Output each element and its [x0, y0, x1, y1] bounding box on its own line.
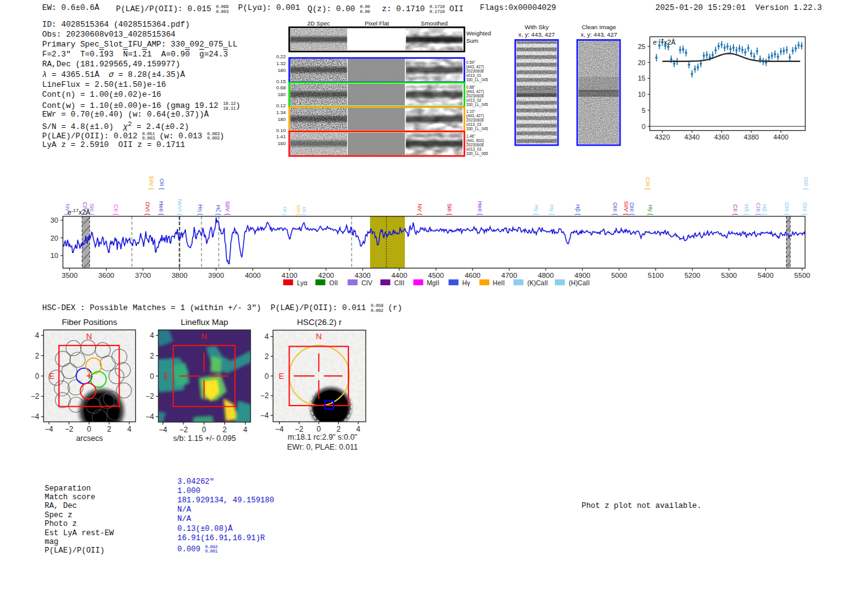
- svg-text:Hζ {: Hζ {: [215, 205, 221, 215]
- svg-text:Hδ {: Hδ {: [743, 204, 750, 215]
- svg-text:OII: OII: [329, 279, 338, 287]
- svg-text:4700: 4700: [502, 272, 518, 279]
- svg-text:CII {: CII {: [113, 204, 119, 215]
- svg-text:HeII: HeII: [493, 279, 505, 287]
- svg-text:(K)CaII: (K)CaII: [528, 279, 548, 287]
- svg-text:10: 10: [638, 91, 645, 98]
- svg-text:4: 4: [127, 425, 131, 433]
- svg-text:Hγ {: Hγ {: [549, 205, 555, 215]
- svg-text:−2: −2: [146, 392, 154, 401]
- svg-text:Fiber Positions: Fiber Positions: [62, 318, 118, 327]
- svg-text:OII {: OII {: [301, 207, 306, 215]
- svg-text:2: 2: [107, 425, 112, 433]
- svg-text:20230608: 20230608: [466, 94, 484, 98]
- svg-text:5: 5: [642, 107, 645, 114]
- svg-text:20: 20: [638, 59, 645, 66]
- svg-text:160: 160: [278, 141, 286, 146]
- svg-text:10: 10: [50, 252, 58, 259]
- svg-text:−2: −2: [31, 392, 40, 401]
- svg-text:x, y: 443, 427: x, y: 443, 427: [518, 31, 555, 38]
- svg-text:E: E: [49, 371, 55, 381]
- svg-text:−4: −4: [275, 425, 284, 433]
- svg-text:Lyα: Lyα: [297, 279, 308, 287]
- svg-text:−2: −2: [260, 391, 269, 400]
- svg-text:x, y: 443, 427: x, y: 443, 427: [581, 31, 618, 38]
- svg-text:Sum: Sum: [466, 37, 479, 44]
- svg-text:−4: −4: [159, 425, 167, 434]
- svg-text:Hβ {: Hβ {: [761, 204, 768, 215]
- svg-text:0: 0: [202, 425, 206, 434]
- svg-text:HSC(26.2) r: HSC(26.2) r: [297, 318, 342, 327]
- svg-text:4: 4: [35, 331, 40, 340]
- svg-text:−4: −4: [45, 425, 53, 433]
- svg-text:Hβ {: Hβ {: [575, 204, 581, 215]
- svg-text:15: 15: [638, 74, 645, 82]
- svg-text:4: 4: [265, 332, 269, 341]
- svg-text:0: 0: [35, 372, 40, 381]
- svg-text:OVI {: OVI {: [144, 202, 151, 215]
- svg-text:With Sky: With Sky: [525, 24, 549, 30]
- svg-text:4200: 4200: [318, 272, 334, 279]
- svg-text:4100: 4100: [281, 272, 298, 279]
- svg-text:Lineflux Map: Lineflux Map: [181, 318, 229, 327]
- svg-text:EWr: 0, PLAE: 0.011: EWr: 0, PLAE: 0.011: [287, 443, 358, 451]
- svg-text:4800: 4800: [538, 272, 554, 279]
- svg-text:1.32: 1.32: [276, 61, 286, 66]
- svg-text:0.68: 0.68: [276, 85, 286, 91]
- svg-text:Hγ {: Hγ {: [647, 205, 653, 215]
- svg-text:4: 4: [243, 425, 247, 434]
- svg-text:0.12: 0.12: [276, 103, 286, 109]
- svg-text:180: 180: [278, 68, 286, 73]
- svg-text:1.10": 1.10": [466, 109, 476, 113]
- svg-text:180: 180: [278, 92, 286, 97]
- svg-text:20230608: 20230608: [466, 118, 484, 122]
- svg-text:NeVI {: NeVI {: [177, 199, 183, 215]
- svg-text:Hγ {: Hγ {: [533, 205, 539, 215]
- svg-text:5400: 5400: [758, 272, 774, 279]
- svg-text:OII {: OII {: [282, 207, 287, 215]
- svg-text:0: 0: [150, 372, 154, 381]
- svg-text:3800: 3800: [172, 272, 188, 279]
- svg-text:HeII {: HeII {: [158, 201, 164, 215]
- svg-text:3600: 3600: [99, 272, 115, 279]
- svg-text:−2: −2: [179, 425, 188, 434]
- svg-text:OII {: OII {: [159, 179, 165, 190]
- svg-text:2: 2: [223, 425, 227, 434]
- svg-text:e-17x2Å: e-17x2Å: [68, 208, 91, 216]
- svg-text:5000: 5000: [611, 272, 627, 279]
- svg-text:HeII {: HeII {: [477, 201, 483, 215]
- svg-text:2: 2: [265, 352, 269, 361]
- svg-text:1.34: 1.34: [276, 110, 286, 115]
- svg-text:CIII: CIII: [394, 279, 404, 287]
- svg-text:N: N: [86, 332, 92, 341]
- svg-text:0: 0: [317, 425, 321, 433]
- svg-text:Hγ: Hγ: [462, 279, 471, 287]
- svg-text:5200: 5200: [684, 272, 701, 279]
- svg-text:Clean Image: Clean Image: [582, 24, 616, 30]
- svg-text:CIII {: CIII {: [755, 203, 761, 215]
- svg-text:5500: 5500: [794, 272, 810, 279]
- svg-text:SiIV {: SiIV {: [148, 176, 154, 190]
- svg-text:NV {: NV {: [417, 203, 423, 215]
- svg-text:0.54": 0.54": [466, 60, 476, 64]
- svg-text:4500: 4500: [428, 272, 444, 279]
- svg-text:N: N: [202, 332, 207, 341]
- svg-text:Weighted: Weighted: [466, 30, 491, 37]
- svg-text:0: 0: [265, 372, 269, 381]
- svg-text:2D Spec: 2D Spec: [308, 20, 330, 27]
- svg-text:OIII {: OIII {: [802, 202, 808, 215]
- svg-text:4: 4: [150, 331, 154, 340]
- svg-text:s/b: 1.15 +/- 0.095: s/b: 1.15 +/- 0.095: [173, 434, 236, 443]
- svg-text:0: 0: [642, 123, 645, 130]
- svg-text:0.15: 0.15: [276, 79, 286, 84]
- svg-text:N: N: [316, 332, 322, 341]
- svg-text:−2: −2: [295, 425, 304, 433]
- svg-text:e-17x2Å: e-17x2Å: [653, 38, 676, 46]
- svg-text:OIII {: OIII {: [784, 202, 790, 215]
- svg-text:4300: 4300: [355, 272, 371, 279]
- svg-text:4: 4: [356, 425, 360, 433]
- svg-text:−4: −4: [260, 411, 269, 420]
- svg-text:MgII: MgII: [427, 279, 439, 287]
- svg-text:Smoothed: Smoothed: [421, 20, 448, 27]
- svg-text:4320: 4320: [655, 133, 670, 141]
